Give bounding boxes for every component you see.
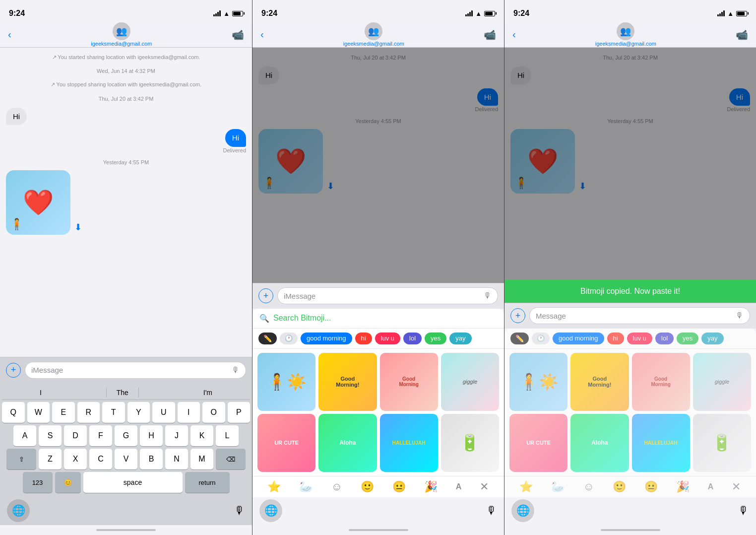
key-123[interactable]: 123 [23, 472, 53, 493]
bitmoji-sticker-2[interactable]: GoodMorning! [318, 353, 377, 411]
message-input-1[interactable]: iMessage 🎙 [25, 362, 246, 379]
key-space[interactable]: space [83, 472, 183, 493]
bitmoji-sticker-8[interactable]: 🔋 [441, 414, 499, 472]
back-button-1[interactable]: ‹ [8, 29, 11, 40]
key-a[interactable]: A [13, 425, 36, 446]
suggestion-im[interactable]: I'm [200, 388, 215, 398]
bitmoji-icon-face1-2[interactable]: ☺️ [331, 480, 342, 493]
mic-icon-3[interactable]: 🎙 [736, 311, 744, 320]
mic-icon-2[interactable]: 🎙 [484, 291, 492, 300]
key-x[interactable]: X [64, 449, 87, 469]
key-e[interactable]: E [52, 402, 75, 423]
bitmoji-tag-yes-2[interactable]: yes [425, 333, 446, 344]
message-input-2[interactable]: iMessage 🎙 [277, 287, 498, 304]
key-c[interactable]: C [89, 449, 112, 469]
bitmoji-tag-clock-3[interactable]: 🕐 [532, 333, 550, 344]
bitmoji-icon-wave-2[interactable]: 🦢 [299, 480, 313, 493]
key-shift[interactable]: ⇧ [6, 449, 36, 469]
bitmoji-icon-face3-2[interactable]: 😐 [392, 480, 406, 493]
key-r[interactable]: R [77, 402, 100, 423]
nav-center-1[interactable]: 👥 igeeksmedia@gmail.com [91, 22, 152, 47]
bitmoji-tag-pencil-3[interactable]: ✏️ [510, 333, 529, 344]
key-z[interactable]: Z [39, 449, 62, 469]
bitmoji-sticker-3[interactable]: GoodMorning [380, 353, 438, 411]
bitmoji-sticker-3-1[interactable]: 🧍☀️ [509, 353, 567, 411]
video-call-button-2[interactable]: 📹 [484, 29, 496, 41]
bitmoji-sticker-6[interactable]: Aloha [318, 414, 377, 472]
mic-keyboard-2[interactable]: 🎙 [486, 504, 497, 517]
mic-keyboard-3[interactable]: 🎙 [738, 504, 749, 517]
bitmoji-tag-yay-3[interactable]: yay [701, 333, 723, 344]
bitmoji-icon-close-2[interactable]: ✕ [480, 480, 489, 493]
nav-center-2[interactable]: 👥 igeeksmedia@gmail.com [343, 22, 404, 47]
bitmoji-sticker-3-5[interactable]: UR CUTE [509, 414, 567, 472]
key-t[interactable]: T [102, 402, 125, 423]
key-b[interactable]: B [140, 449, 163, 469]
bitmoji-sticker-1[interactable]: 🧍☀️ [257, 353, 315, 411]
bitmoji-icon-face1-3[interactable]: ☺️ [583, 480, 594, 493]
key-f[interactable]: F [89, 425, 112, 446]
bitmoji-sticker-3-6[interactable]: Aloha [570, 414, 629, 472]
key-i[interactable]: I [178, 402, 200, 423]
bitmoji-sticker-3-3[interactable]: GoodMorning [632, 353, 690, 411]
suggestion-the[interactable]: The [106, 388, 139, 398]
suggestion-i[interactable]: I [37, 388, 45, 398]
globe-button-2[interactable]: 🌐 [259, 499, 282, 522]
bitmoji-tag-yes-3[interactable]: yes [677, 333, 698, 344]
bitmoji-sticker-3-4[interactable]: giggle [693, 353, 751, 411]
bitmoji-icon-face3-3[interactable]: 😐 [644, 480, 658, 493]
video-call-button-3[interactable]: 📹 [736, 29, 748, 41]
bitmoji-icon-close-3[interactable]: ✕ [732, 480, 741, 493]
bitmoji-tag-goodmorning-2[interactable]: good morning [301, 333, 352, 344]
key-o[interactable]: O [202, 402, 225, 423]
key-h[interactable]: H [140, 425, 163, 446]
key-return[interactable]: return [185, 472, 230, 493]
bitmoji-icon-face2-2[interactable]: 🙂 [361, 480, 374, 493]
plus-button-1[interactable]: + [6, 363, 21, 378]
bitmoji-sticker-3-8[interactable]: 🔋 [693, 414, 751, 472]
key-d[interactable]: D [64, 425, 87, 446]
key-l[interactable]: L [216, 425, 239, 446]
key-backspace[interactable]: ⌫ [216, 449, 246, 469]
key-s[interactable]: S [39, 425, 62, 446]
plus-button-2[interactable]: + [258, 288, 273, 303]
key-v[interactable]: V [115, 449, 137, 469]
bitmoji-icon-confetti-3[interactable]: 🎉 [676, 480, 690, 493]
key-g[interactable]: G [115, 425, 137, 446]
back-button-2[interactable]: ‹ [260, 29, 264, 40]
key-m[interactable]: M [190, 449, 213, 469]
sticker-save-icon-1[interactable]: ⬇ [74, 222, 82, 233]
bitmoji-tag-luvu-2[interactable]: luv u [375, 333, 400, 344]
key-p[interactable]: P [228, 402, 251, 423]
bitmoji-tag-yay-2[interactable]: yay [449, 333, 471, 344]
mic-keyboard-1[interactable]: 🎙 [234, 504, 245, 517]
bitmoji-tag-lol-3[interactable]: lol [655, 333, 674, 344]
bitmoji-icon-text-3[interactable]: A [708, 482, 714, 491]
plus-button-3[interactable]: + [510, 308, 525, 323]
key-u[interactable]: U [152, 402, 175, 423]
bitmoji-icon-text-2[interactable]: A [456, 482, 462, 491]
bitmoji-icon-star-3[interactable]: ⭐ [519, 480, 533, 493]
bitmoji-sticker-5[interactable]: UR CUTE [257, 414, 315, 472]
bitmoji-sticker-4[interactable]: giggle [441, 353, 499, 411]
bitmoji-icon-star-2[interactable]: ⭐ [267, 480, 281, 493]
bitmoji-sticker-3-2[interactable]: GoodMorning! [570, 353, 629, 411]
bitmoji-tag-hi-2[interactable]: hi [355, 333, 372, 344]
bitmoji-tag-clock-2[interactable]: 🕐 [280, 333, 298, 344]
bitmoji-icon-confetti-2[interactable]: 🎉 [424, 480, 438, 493]
globe-button-1[interactable]: 🌐 [7, 499, 30, 522]
globe-button-3[interactable]: 🌐 [511, 499, 534, 522]
bitmoji-tag-luvu-3[interactable]: luv u [627, 333, 652, 344]
bitmoji-tag-pencil-2[interactable]: ✏️ [258, 333, 277, 344]
key-k[interactable]: K [190, 425, 213, 446]
back-button-3[interactable]: ‹ [512, 29, 516, 40]
bitmoji-icon-face2-3[interactable]: 🙂 [613, 480, 626, 493]
bitmoji-tag-hi-3[interactable]: hi [607, 333, 624, 344]
message-input-3[interactable]: Message 🎙 [529, 307, 750, 324]
bitmoji-search-placeholder-2[interactable]: Search Bitmoji... [273, 314, 331, 323]
key-n[interactable]: N [165, 449, 188, 469]
bitmoji-sticker-3-7[interactable]: HALLELUJAH [632, 414, 690, 472]
bitmoji-tag-goodmorning-3[interactable]: good morning [553, 333, 604, 344]
bitmoji-sticker-7[interactable]: HALLELUJAH [380, 414, 438, 472]
key-j[interactable]: J [165, 425, 188, 446]
